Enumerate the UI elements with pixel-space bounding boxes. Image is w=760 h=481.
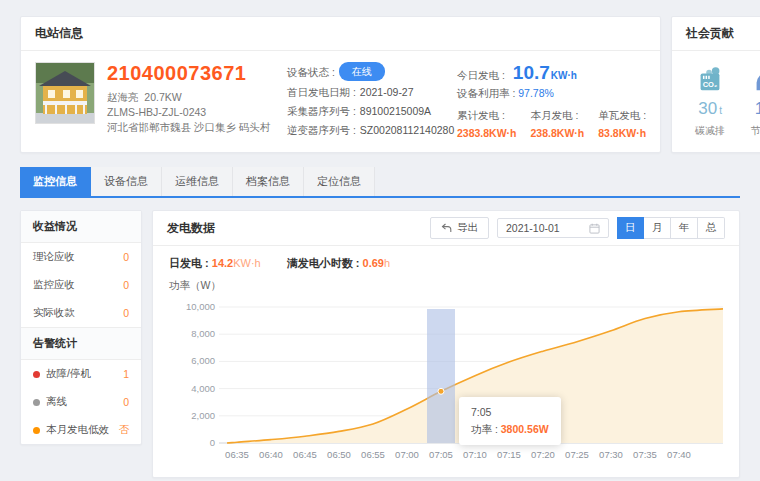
- station-info-panel: 电站信息: [20, 16, 661, 153]
- full-hours-stat: 满发电小时数 : 0.69h: [287, 256, 390, 271]
- alarm-label: 本月发电低效: [46, 423, 109, 437]
- coal-value: 11t: [738, 99, 760, 119]
- period-label: 年: [679, 221, 690, 233]
- utilization: 设备利用率 : 97.78%: [457, 87, 646, 101]
- svg-text:8,000: 8,000: [191, 328, 215, 339]
- revenue-value: 0: [123, 279, 129, 291]
- period-label: 日: [625, 221, 636, 233]
- today-generation-label: 今日发电 :: [457, 69, 505, 83]
- alarm-row: 离线 0: [21, 388, 141, 416]
- svg-text:07:25: 07:25: [565, 449, 589, 460]
- svg-text:07:10: 07:10: [463, 449, 487, 460]
- tab-bar: 监控信息 设备信息 运维信息 档案信息 定位信息: [20, 167, 740, 198]
- station-field-row: 设备状态 : 在线: [287, 62, 445, 81]
- period-button[interactable]: 日: [617, 217, 644, 239]
- period-button[interactable]: 月: [644, 217, 671, 239]
- date-picker[interactable]: 2021-10-01: [497, 218, 609, 238]
- station-info-title: 电站信息: [21, 17, 660, 51]
- svg-text:06:35: 06:35: [225, 449, 249, 460]
- tab[interactable]: 档案信息: [233, 167, 304, 196]
- co2-label: 碳减排: [682, 124, 738, 138]
- field-value: 89100215009A: [360, 103, 431, 119]
- chart-area: 02,0004,0006,0008,00010,00006:3506:4006:…: [153, 295, 739, 477]
- tab[interactable]: 定位信息: [304, 167, 375, 196]
- stat-value: 238.8KW·h: [531, 127, 585, 139]
- social-contribution-title: 社会贡献: [672, 17, 760, 51]
- period-label: 总: [706, 221, 717, 233]
- today-generation: 今日发电 : 10.7 KW·h: [457, 62, 646, 84]
- tab[interactable]: 运维信息: [162, 167, 233, 196]
- svg-text:CO₂: CO₂: [703, 80, 718, 89]
- station-owner-capacity: 赵海亮 20.7KW: [107, 90, 275, 105]
- stat-value: 83.8KW·h: [598, 127, 646, 139]
- social-item-coal: 11t 节约煤: [738, 63, 760, 138]
- full-hours-value: 0.69: [363, 257, 384, 269]
- station-photo: [35, 62, 95, 124]
- revenue-row: 实际收款 0: [21, 299, 141, 327]
- svg-text:2,000: 2,000: [191, 410, 215, 421]
- revenue-row: 理论应收 0: [21, 243, 141, 271]
- tab-label: 监控信息: [33, 175, 77, 187]
- field-value: 2021-09-27: [360, 84, 414, 100]
- status-dot-icon: [33, 371, 40, 378]
- tab[interactable]: 设备信息: [91, 167, 162, 196]
- alarm-label: 离线: [46, 395, 67, 409]
- period-button[interactable]: 总: [698, 217, 725, 239]
- svg-text:07:00: 07:00: [395, 449, 419, 460]
- owner-name: 赵海亮: [107, 91, 139, 103]
- field-label: 采集器序列号 :: [287, 103, 356, 119]
- stat-value: 2383.8KW·h: [457, 127, 517, 139]
- station-fields: 设备状态 : 在线 首日发电日期 : 2021-09-27 采集器序列号 : 8…: [287, 62, 445, 141]
- svg-text:07:30: 07:30: [599, 449, 623, 460]
- status-dot-icon: [33, 427, 40, 434]
- generation-stat: 本月发电 : 238.8KW·h: [531, 109, 585, 139]
- svg-text:4,000: 4,000: [191, 383, 215, 394]
- alarm-value: 0: [123, 396, 129, 408]
- alarm-label: 故障/停机: [46, 367, 91, 381]
- export-button[interactable]: 导出: [430, 217, 489, 239]
- social-item-co2: CO₂ 30t 碳减排: [682, 63, 738, 138]
- station-field-row: 逆变器序列号 : SZ00208112140280: [287, 122, 445, 138]
- export-label: 导出: [457, 221, 478, 235]
- status-dot-icon: [33, 399, 40, 406]
- tab-label: 定位信息: [317, 175, 361, 187]
- station-capacity: 20.7KW: [144, 91, 181, 103]
- today-generation-unit: KW·h: [551, 70, 577, 81]
- generation-stat: 累计发电 : 2383.8KW·h: [457, 109, 517, 139]
- alarm-section-title: 告警统计: [21, 328, 141, 360]
- export-arrow-icon: [441, 223, 452, 233]
- co2-icon: CO₂: [694, 65, 726, 95]
- utilization-label: 设备利用率 :: [457, 87, 515, 99]
- revenue-label: 理论应收: [33, 250, 75, 264]
- svg-text:07:40: 07:40: [667, 449, 691, 460]
- revenue-section-title: 收益情况: [21, 211, 141, 243]
- station-id: 210400073671: [107, 62, 275, 85]
- date-value: 2021-10-01: [506, 222, 560, 234]
- svg-text:06:40: 06:40: [259, 449, 283, 460]
- field-label: 设备状态 :: [287, 64, 335, 80]
- revenue-rows: 理论应收 0 监控应收 0 实际收款 0: [21, 243, 141, 327]
- alarm-value: 1: [123, 368, 129, 380]
- svg-text:07:35: 07:35: [633, 449, 657, 460]
- period-toggle-group: 日 月 年 总: [617, 217, 725, 239]
- sidebar-panel: 收益情况 理论应收 0 监控应收 0 实际收款 0 告警统计: [20, 210, 142, 445]
- house-illustration: [36, 63, 94, 123]
- period-button[interactable]: 年: [671, 217, 698, 239]
- svg-text:06:45: 06:45: [293, 449, 317, 460]
- svg-text:07:05: 07:05: [429, 449, 453, 460]
- coal-cart-icon: [750, 65, 760, 95]
- revenue-label: 监控应收: [33, 278, 75, 292]
- tab[interactable]: 监控信息: [20, 167, 91, 196]
- generation-chart[interactable]: 02,0004,0006,0008,00010,00006:3506:4006:…: [169, 295, 727, 465]
- svg-text:10,000: 10,000: [186, 301, 215, 312]
- social-contribution-panel: 社会贡献 CO₂ 30t 碳减排: [671, 16, 760, 153]
- daily-generation-unit: KW·h: [233, 257, 261, 269]
- svg-text:0: 0: [210, 437, 215, 448]
- co2-value: 30t: [682, 99, 738, 119]
- alarm-row: 本月发电低效 否: [21, 416, 141, 444]
- generation-stats: 累计发电 : 2383.8KW·h 本月发电 : 238.8KW·h 单瓦发电 …: [457, 109, 646, 139]
- calendar-icon: [589, 223, 600, 234]
- svg-text:6,000: 6,000: [191, 355, 215, 366]
- alarm-value: 否: [119, 423, 130, 437]
- station-field-row: 首日发电日期 : 2021-09-27: [287, 84, 445, 100]
